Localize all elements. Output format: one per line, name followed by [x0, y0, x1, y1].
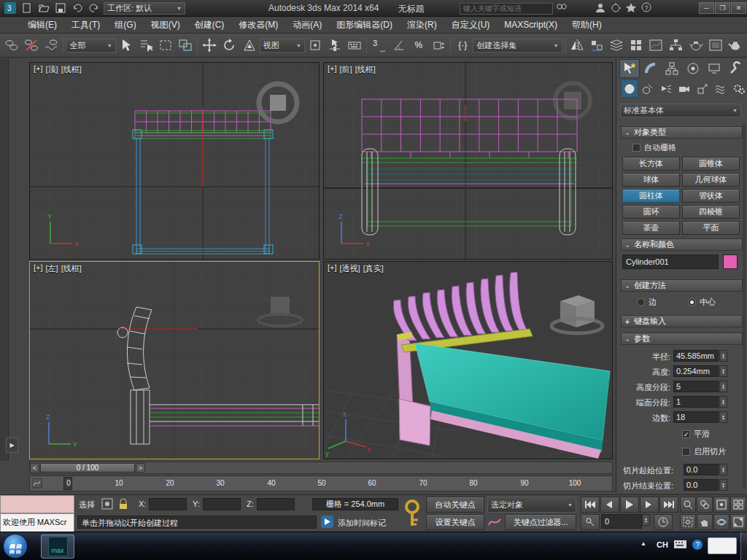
tab-modify[interactable] — [640, 59, 661, 78]
viewport-menu-toggle[interactable]: [+] — [328, 64, 337, 75]
play-button[interactable] — [620, 497, 639, 513]
rollout-keyboard-entry[interactable]: +键盘输入 — [621, 315, 743, 327]
track-bar[interactable]: 0 10 20 30 40 50 60 70 80 90 100 — [29, 475, 613, 491]
undo-icon[interactable] — [70, 1, 85, 15]
schematic-view-icon[interactable] — [666, 36, 685, 55]
curve-editor-icon[interactable] — [646, 36, 665, 55]
viewport-perspective[interactable]: z x y [+] [透视] [真实] — [323, 261, 613, 459]
close-button[interactable]: ✕ — [731, 2, 746, 14]
orbit-icon[interactable] — [713, 514, 729, 530]
previous-frame-arrow[interactable]: < — [30, 463, 39, 472]
select-and-move-icon[interactable] — [200, 36, 219, 55]
new-file-icon[interactable] — [20, 1, 34, 15]
select-by-name-icon[interactable] — [136, 36, 155, 55]
viewport-menu-toggle[interactable]: [+] — [328, 263, 337, 274]
tab-hierarchy[interactable] — [662, 59, 682, 78]
add-time-tag[interactable]: 添加时间标记 — [338, 518, 386, 529]
rollout-name-color[interactable]: -名称和颜色 — [621, 238, 743, 251]
key-mode-toggle[interactable] — [581, 514, 600, 530]
object-category-dropdown[interactable]: 标准基本体▼ — [620, 104, 741, 117]
rollout-parameters[interactable]: -参数 — [621, 332, 743, 345]
autogrid-checkbox[interactable]: ✓ — [632, 144, 640, 152]
show-desktop-button[interactable] — [740, 532, 747, 560]
viewport-shading-label[interactable]: [线框] — [355, 64, 376, 75]
panel-scrollbar[interactable] — [743, 124, 746, 489]
slice-from-field[interactable]: 0.0 — [684, 464, 719, 475]
radius-spinner[interactable]: ▲▼ — [719, 350, 727, 362]
height-field[interactable]: 0.254mm — [673, 365, 719, 377]
rollout-creation-method[interactable]: -创建方法 — [621, 279, 743, 292]
zoom-all-icon[interactable] — [697, 497, 713, 513]
time-slider-handle[interactable]: 0 / 100 — [40, 463, 135, 472]
viewport-shading-label[interactable]: [真实] — [363, 263, 384, 274]
menu-help[interactable]: 帮助(H) — [565, 19, 609, 31]
tray-help-icon[interactable]: ? — [692, 539, 703, 552]
key-filters-button[interactable]: 关键点过滤器... — [505, 514, 576, 530]
zoom-extents-icon[interactable] — [713, 497, 729, 513]
window-crossing-icon[interactable] — [176, 36, 195, 55]
current-frame-field[interactable] — [601, 514, 642, 529]
start-button[interactable] — [3, 534, 28, 559]
cap-segments-field[interactable]: 1 — [673, 396, 719, 408]
slice-to-spinner[interactable]: ▲▼ — [719, 479, 727, 491]
mirror-icon[interactable] — [568, 36, 587, 55]
search-icon[interactable] — [556, 2, 568, 15]
tab-utilities[interactable] — [725, 59, 746, 78]
enable-slice-checkbox[interactable]: ✓ — [682, 448, 690, 456]
button-plane[interactable]: 平面 — [682, 221, 740, 235]
time-configuration-button[interactable] — [654, 514, 673, 530]
button-teapot[interactable]: 茶壶 — [622, 221, 680, 235]
tray-clock-area[interactable] — [708, 537, 737, 554]
menu-modifiers[interactable]: 修改器(M) — [231, 19, 285, 31]
category-shapes[interactable] — [639, 79, 657, 98]
sides-spinner[interactable]: ▲▼ — [719, 411, 727, 423]
redo-icon[interactable] — [87, 1, 101, 15]
viewport-top[interactable]: Y X [+] [顶] [线框] — [29, 62, 320, 260]
maximize-viewport-toggle[interactable] — [730, 514, 746, 530]
search-input[interactable] — [460, 3, 553, 15]
zoom-region-icon[interactable] — [680, 514, 696, 530]
go-to-start-button[interactable] — [581, 497, 600, 513]
creation-center-option[interactable]: 中心 — [688, 297, 716, 308]
tab-motion[interactable] — [683, 59, 703, 78]
viewport-view-label[interactable]: [顶] — [46, 64, 58, 75]
render-setup-icon[interactable] — [686, 36, 705, 55]
button-box[interactable]: 长方体 — [622, 157, 680, 171]
sign-in-icon[interactable] — [595, 2, 606, 15]
menu-customize[interactable]: 自定义(U) — [444, 19, 498, 31]
isolate-selection-icon[interactable] — [101, 497, 114, 513]
viewport-shading-label[interactable]: [线框] — [61, 64, 82, 75]
next-frame-button[interactable] — [640, 497, 659, 513]
open-file-icon[interactable] — [36, 1, 51, 15]
snaps-toggle-icon[interactable]: 3 — [369, 36, 388, 55]
menu-maxscript[interactable]: MAXScript(X) — [497, 20, 565, 30]
time-tag-icon[interactable] — [321, 516, 334, 531]
use-pivot-center-icon[interactable] — [306, 36, 325, 55]
angle-snap-icon[interactable] — [390, 36, 409, 55]
cap-segments-spinner[interactable]: ▲▼ — [719, 396, 727, 408]
previous-frame-button[interactable] — [600, 497, 619, 513]
mini-curve-editor-icon[interactable] — [32, 478, 42, 491]
keyboard-override-icon[interactable] — [345, 36, 364, 55]
y-coordinate-field[interactable] — [203, 498, 241, 510]
layout-flyout-button[interactable]: ▶ — [6, 438, 18, 453]
rollout-object-type[interactable]: -对象类型 — [621, 126, 743, 139]
selection-filter-dropdown[interactable]: 全部▼ — [66, 39, 115, 52]
z-coordinate-field[interactable] — [257, 498, 295, 510]
graphite-ribbon-icon[interactable] — [627, 36, 646, 55]
category-geometry[interactable] — [621, 79, 638, 98]
button-cone[interactable]: 圆锥体 — [682, 157, 740, 171]
help-icon[interactable]: ? — [641, 2, 652, 15]
category-space-warps[interactable] — [712, 79, 729, 98]
viewport-left[interactable]: Z Y [+] [左] [线框] — [29, 261, 320, 459]
height-segments-field[interactable]: 5 — [673, 381, 719, 392]
edit-named-sets-icon[interactable]: {·} — [453, 36, 472, 55]
menu-edit[interactable]: 编辑(E) — [20, 19, 64, 31]
zoom-extents-all-icon[interactable] — [730, 497, 746, 513]
select-and-link-icon[interactable] — [2, 36, 21, 55]
viewport-menu-toggle[interactable]: [+] — [34, 64, 43, 75]
communication-center-icon[interactable] — [611, 2, 622, 15]
category-lights[interactable] — [657, 79, 675, 98]
menu-animation[interactable]: 动画(A) — [285, 19, 329, 31]
menu-group[interactable]: 组(G) — [107, 19, 143, 31]
